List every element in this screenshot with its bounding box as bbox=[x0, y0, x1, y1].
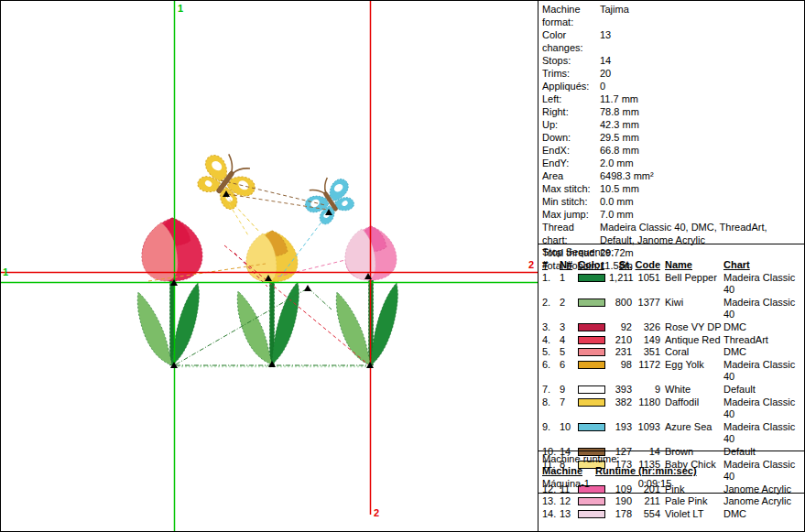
thread-color-swatch bbox=[578, 510, 605, 518]
col-header-runtime: Runtime (hr:min:sec) bbox=[595, 465, 714, 477]
info-row: EndY:2.0 mm bbox=[538, 157, 805, 169]
cell-needle: 4 bbox=[560, 334, 578, 347]
cell-seq: 8. bbox=[542, 396, 560, 421]
info-row: Max jump:7.0 mm bbox=[538, 208, 805, 221]
cell-code: 149 bbox=[634, 334, 662, 347]
info-row: Max stitch:10.5 mm bbox=[538, 182, 805, 195]
table-row: 2.28001377KiwiMadeira Classic 40 bbox=[542, 297, 802, 321]
info-label: Min stitch: bbox=[542, 195, 600, 208]
cell-stitches: 178 bbox=[609, 508, 634, 521]
info-row: Trims:20 bbox=[538, 67, 805, 80]
cell-chart: Janome Acrylic bbox=[723, 495, 802, 508]
cell-code: 211 bbox=[634, 495, 662, 508]
info-value: 6498.3 mm² bbox=[600, 169, 805, 182]
runtime-table-header: Machine Runtime (hr:min:sec) bbox=[542, 465, 714, 477]
embroidery-design bbox=[0, 0, 538, 532]
table-row: 3.392326Rose VY DPDMC bbox=[542, 321, 802, 334]
cell-thread-name: Egg Yolk bbox=[662, 359, 723, 384]
cell-needle: 6 bbox=[560, 359, 578, 384]
cell-needle: 9 bbox=[560, 384, 578, 396]
info-value: 42.3 mm bbox=[600, 118, 805, 131]
table-row: 6.6981172Egg YolkMadeira Classic 40 bbox=[542, 359, 802, 384]
cell-seq: 6. bbox=[542, 359, 560, 384]
cell-seq: 14. bbox=[542, 508, 560, 521]
thread-color-swatch bbox=[578, 336, 605, 344]
cell-thread-name: Brown bbox=[662, 446, 723, 459]
cell-seq: 7. bbox=[542, 384, 560, 396]
thread-color-swatch bbox=[578, 398, 605, 407]
thread-color-swatch bbox=[578, 361, 605, 369]
divider bbox=[538, 244, 805, 244]
end-point-label-bottom: 2 bbox=[374, 508, 379, 518]
info-row: EndX:66.8 mm bbox=[538, 144, 805, 157]
cell-stitches: 98 bbox=[609, 359, 634, 384]
cell-stitches: 190 bbox=[609, 495, 634, 508]
col-header-code: Code bbox=[634, 259, 662, 272]
cell-seq: 1. bbox=[542, 272, 560, 297]
info-value: 13 bbox=[600, 28, 805, 54]
cell-color bbox=[578, 321, 609, 334]
design-info-panel: Machine format:TajimaColor changes:13Sto… bbox=[538, 0, 805, 532]
info-label: Appliqués: bbox=[542, 80, 600, 92]
cell-thread-name: Coral bbox=[662, 346, 723, 359]
info-label: EndY: bbox=[542, 157, 600, 169]
cell-thread-name: Antique Red bbox=[662, 334, 723, 347]
cell-color bbox=[578, 334, 609, 347]
cell-thread-name: Daffodil bbox=[662, 396, 723, 421]
cell-color bbox=[578, 384, 609, 396]
cell-needle: 12 bbox=[560, 495, 578, 508]
cell-stitches: 92 bbox=[609, 321, 634, 334]
col-header-chart: Chart bbox=[723, 259, 802, 272]
col-header-n: N# bbox=[560, 259, 578, 272]
info-label: Left: bbox=[542, 92, 600, 105]
info-value: 29.72m bbox=[600, 246, 805, 259]
cell-chart: Madeira Classic 40 bbox=[723, 421, 802, 446]
panel-divider bbox=[538, 0, 538, 532]
machine-info-list: Machine format:TajimaColor changes:13Sto… bbox=[538, 3, 805, 272]
cell-code: 14 bbox=[634, 446, 662, 459]
col-header-color: Color bbox=[578, 259, 609, 272]
cell-needle: 3 bbox=[560, 321, 578, 334]
cell-needle: 1 bbox=[560, 272, 578, 297]
info-value: 66.8 mm bbox=[600, 144, 805, 157]
cell-stitches: 393 bbox=[609, 384, 634, 396]
cell-stitches: 231 bbox=[609, 346, 634, 359]
cell-thread-name: Kiwi bbox=[662, 297, 723, 321]
info-value: 2.0 mm bbox=[600, 157, 805, 169]
cell-thread-name: Violet LT bbox=[662, 508, 723, 521]
info-value: 0.0 mm bbox=[600, 195, 805, 208]
cell-needle: 7 bbox=[560, 396, 578, 421]
cell-thread-name: Bell Pepper bbox=[662, 272, 723, 297]
cell-code: 1093 bbox=[634, 421, 662, 446]
design-canvas: 1 1 2 2 bbox=[0, 0, 538, 532]
table-row: 4.4210149Antique RedThreadArt bbox=[542, 334, 802, 347]
info-row: Appliqués:0 bbox=[538, 80, 805, 92]
table-row: 1.11,2111051Bell PepperMadeira Classic 4… bbox=[542, 272, 802, 297]
cell-chart: Madeira Classic 40 bbox=[723, 272, 802, 297]
info-row: Stops:14 bbox=[538, 54, 805, 67]
stop-sequence-header: # N# Color St. Code Name Chart bbox=[542, 259, 802, 272]
info-row: Right:78.8 mm bbox=[538, 105, 805, 118]
info-label: Thread chart: bbox=[542, 221, 600, 246]
info-row: Up:42.3 mm bbox=[538, 118, 805, 131]
cell-chart: ThreadArt bbox=[723, 334, 802, 347]
machine-runtime-title: Machine runtime: bbox=[542, 452, 619, 465]
cell-chart: Madeira Classic 40 bbox=[723, 297, 802, 321]
cell-code: 1377 bbox=[634, 297, 662, 321]
cell-runtime-value: 0:09:15 bbox=[595, 478, 714, 490]
stop-sequence-title: Stop Sequence: bbox=[542, 245, 614, 258]
cell-stitches: 193 bbox=[609, 421, 634, 446]
table-row: 9.101931093Azure SeaMadeira Classic 40 bbox=[542, 421, 802, 446]
cell-chart: DMC bbox=[723, 346, 802, 359]
cell-color bbox=[578, 495, 609, 508]
cell-chart: Default bbox=[723, 384, 802, 396]
info-row: Color changes:13 bbox=[538, 28, 805, 54]
info-row: Thread chart:Madeira Classic 40, DMC, Th… bbox=[538, 221, 805, 246]
cell-code: 9 bbox=[634, 384, 662, 396]
cell-chart: Madeira Classic 40 bbox=[723, 459, 802, 483]
info-row: Min stitch:0.0 mm bbox=[538, 195, 805, 208]
cell-seq: 2. bbox=[542, 297, 560, 321]
thread-color-swatch bbox=[578, 423, 605, 431]
info-value: 7.0 mm bbox=[600, 208, 805, 221]
info-value: 0 bbox=[600, 80, 805, 92]
